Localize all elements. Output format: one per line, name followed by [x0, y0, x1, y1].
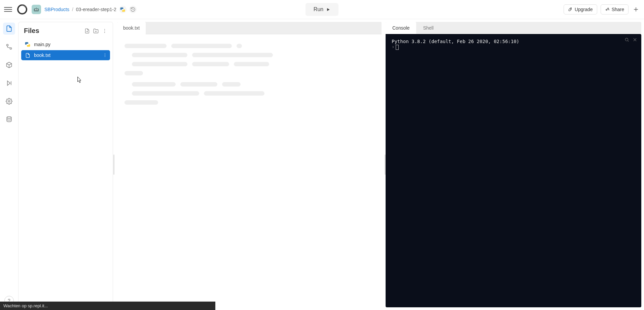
history-icon[interactable]	[129, 6, 137, 13]
files-more-icon[interactable]	[102, 28, 107, 34]
svg-point-24	[104, 32, 105, 33]
rail-files-icon[interactable]	[3, 23, 15, 35]
file-list: main.py book.txt	[19, 38, 113, 62]
console-body[interactable]: Python 3.8.2 (default, Feb 26 2020, 02:5…	[386, 34, 641, 307]
plus-icon	[633, 6, 639, 12]
main-area: ? Files main.py	[0, 19, 644, 310]
text-file-icon	[25, 53, 31, 58]
replit-logo-icon[interactable]	[17, 4, 28, 15]
rail-debugger-icon[interactable]	[3, 77, 15, 89]
file-name: main.py	[34, 42, 50, 47]
svg-rect-1	[34, 8, 39, 11]
console-panel: Console Shell Python 3.8.2 (default, Feb…	[386, 22, 641, 307]
svg-point-27	[105, 56, 105, 57]
editor-area: book.txt	[117, 22, 382, 307]
svg-point-28	[625, 38, 628, 41]
svg-point-5	[570, 9, 571, 9]
play-icon	[326, 7, 330, 12]
svg-line-29	[628, 41, 629, 42]
svg-point-22	[104, 29, 105, 30]
editor-tab-book-txt[interactable]: book.txt	[117, 22, 146, 34]
svg-point-25	[105, 54, 105, 54]
rail-packages-icon[interactable]	[3, 59, 15, 71]
file-item-book-txt[interactable]: book.txt	[21, 50, 110, 60]
svg-point-23	[104, 30, 105, 31]
svg-point-26	[105, 55, 105, 56]
breadcrumb-separator: /	[72, 7, 73, 12]
tab-shell[interactable]: Shell	[416, 22, 440, 34]
file-more-icon[interactable]	[103, 53, 107, 58]
share-icon	[605, 7, 610, 12]
console-tab-bar: Console Shell	[386, 22, 641, 34]
svg-point-2	[35, 9, 36, 10]
svg-point-6	[606, 9, 607, 10]
new-folder-icon[interactable]	[93, 28, 99, 34]
tab-console[interactable]: Console	[386, 22, 416, 34]
upgrade-button[interactable]: Upgrade	[564, 4, 597, 14]
user-avatar-icon[interactable]	[32, 5, 41, 14]
file-name: book.txt	[34, 53, 50, 58]
console-search-icon[interactable]	[624, 37, 629, 42]
header: SBProducts / 03-ereader-step1-2 Run Upgr…	[0, 0, 644, 19]
run-button[interactable]: Run	[306, 3, 338, 16]
console-line-1: Python 3.8.2 (default, Feb 26 2020, 02:5…	[392, 39, 519, 44]
editor-body[interactable]	[117, 34, 382, 307]
rocket-icon	[568, 7, 573, 12]
status-bar: Wachten op sp.repl.it...	[0, 302, 215, 310]
rail-database-icon[interactable]	[3, 113, 15, 126]
svg-point-13	[10, 48, 12, 49]
tab-bar-empty	[146, 22, 382, 34]
run-label: Run	[314, 6, 323, 12]
side-rail: ?	[0, 19, 18, 310]
python-file-icon	[25, 42, 31, 47]
project-name: 03-ereader-step1-2	[76, 7, 116, 12]
svg-point-3	[37, 9, 38, 10]
prompt-caret-icon: ›	[392, 44, 394, 49]
breadcrumb: SBProducts / 03-ereader-step1-2	[44, 7, 116, 12]
upgrade-label: Upgrade	[575, 7, 593, 12]
console-close-icon[interactable]	[633, 37, 637, 42]
rail-vcs-icon[interactable]	[3, 41, 15, 53]
add-button[interactable]	[632, 5, 640, 13]
language-badge-icon[interactable]	[119, 6, 127, 13]
share-label: Share	[612, 7, 624, 12]
share-button[interactable]: Share	[601, 4, 629, 14]
menu-icon[interactable]	[4, 5, 12, 13]
owner-link[interactable]: SBProducts	[44, 7, 69, 12]
svg-marker-14	[7, 81, 10, 85]
svg-point-17	[7, 117, 11, 118]
svg-point-12	[7, 44, 8, 46]
files-panel: Files main.py book.txt	[18, 22, 113, 307]
svg-point-16	[8, 101, 10, 102]
files-title: Files	[24, 27, 81, 35]
rail-settings-icon[interactable]	[3, 95, 15, 107]
cursor-icon	[396, 45, 399, 50]
splitter-left[interactable]	[113, 19, 114, 310]
svg-rect-4	[36, 7, 37, 8]
editor-tab-bar: book.txt	[117, 22, 382, 34]
new-file-icon[interactable]	[84, 28, 90, 34]
file-item-main-py[interactable]: main.py	[21, 39, 110, 49]
svg-point-7	[607, 8, 609, 9]
